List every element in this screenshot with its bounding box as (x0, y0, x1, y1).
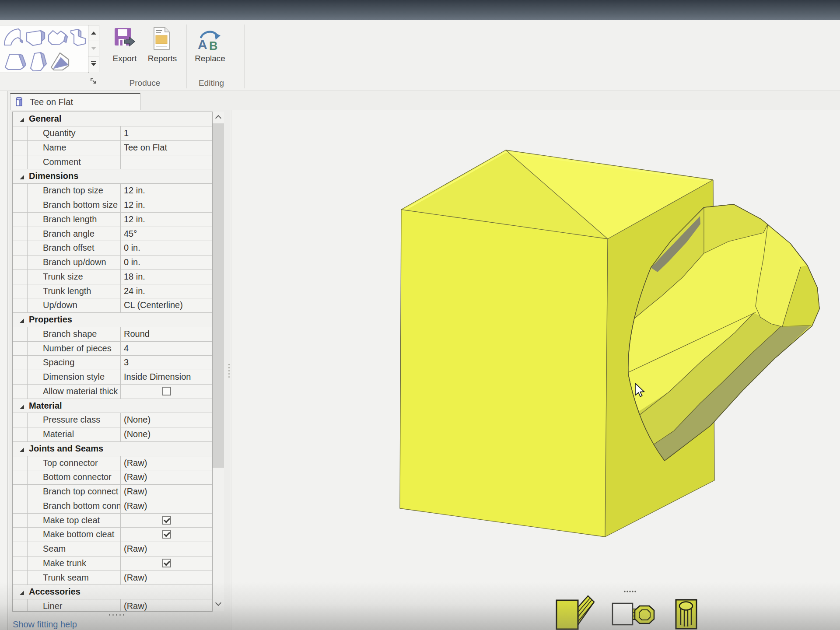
svg-text:A: A (198, 37, 207, 51)
svg-text:B: B (209, 39, 218, 51)
